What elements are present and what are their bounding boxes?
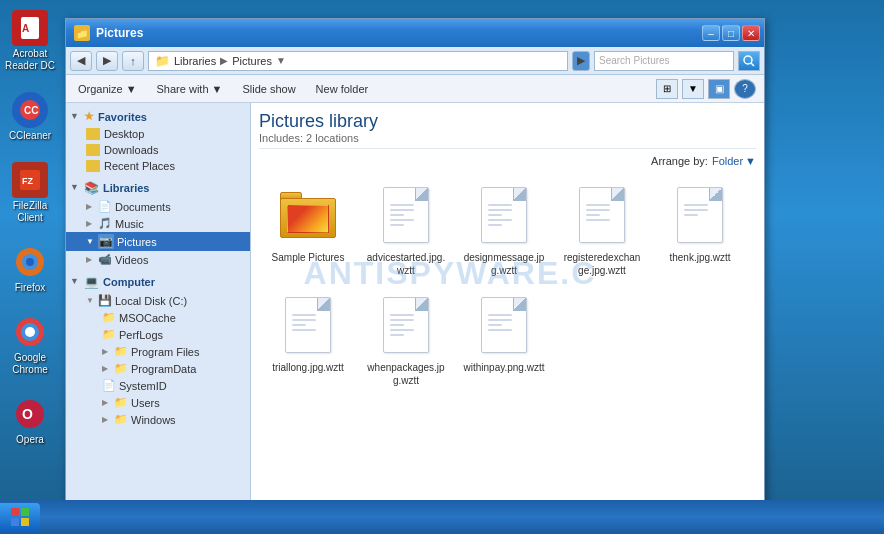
sidebar-item-documents[interactable]: ▶ 📄 Documents (66, 198, 250, 215)
organize-button[interactable]: Organize ▼ (74, 81, 141, 97)
favorites-expand-icon: ▼ (70, 111, 82, 123)
up-button[interactable]: ↑ (122, 51, 144, 71)
view-tiles-button[interactable]: ⊞ (656, 79, 678, 99)
doc-line (586, 209, 610, 211)
svg-point-14 (744, 56, 752, 64)
file-item-registeredexchange[interactable]: registeredexchange.jpg.wztt (557, 179, 647, 281)
doc-line (390, 214, 404, 216)
local-disk-label: Local Disk (C:) (115, 295, 187, 307)
sidebar-header-computer[interactable]: ▼ 💻 Computer (66, 272, 250, 292)
sidebar-header-libraries[interactable]: ▼ 📚 Libraries (66, 178, 250, 198)
svg-rect-19 (21, 518, 29, 526)
pictures-label: Pictures (117, 236, 157, 248)
sidebar-item-programdata[interactable]: ▶ 📁 ProgramData (66, 360, 250, 377)
help-button[interactable]: ? (734, 79, 756, 99)
sidebar-item-systemid[interactable]: 📄 SystemID (66, 377, 250, 394)
msocache-icon: 📁 (102, 311, 116, 324)
desktop-icon-acrobat[interactable]: A Acrobat Reader DC (2, 10, 58, 72)
nav-bar: ◀ ▶ ↑ 📁 Libraries ▶ Pictures ▼ ▶ Search … (66, 47, 764, 75)
thenk-label: thenk.jpg.wztt (669, 251, 730, 264)
start-button[interactable] (0, 503, 40, 531)
address-bar[interactable]: 📁 Libraries ▶ Pictures ▼ (148, 51, 568, 71)
sidebar-item-windows[interactable]: ▶ 📁 Windows (66, 411, 250, 428)
designmessage-icon (472, 183, 536, 247)
sidebar-item-music[interactable]: ▶ 🎵 Music (66, 215, 250, 232)
music-icon: 🎵 (98, 217, 112, 230)
share-with-button[interactable]: Share with ▼ (153, 81, 227, 97)
close-button[interactable]: ✕ (742, 25, 760, 41)
minimize-button[interactable]: – (702, 25, 720, 41)
svg-text:O: O (22, 406, 33, 422)
program-files-expand: ▶ (102, 347, 112, 356)
file-item-thenk[interactable]: thenk.jpg.wztt (655, 179, 745, 281)
desktop-icon-filezilla[interactable]: FZ FileZilla Client (2, 162, 58, 224)
file-doc-advicestarted (383, 187, 429, 243)
svg-point-11 (25, 327, 35, 337)
search-button[interactable] (738, 51, 760, 71)
maximize-button[interactable]: □ (722, 25, 740, 41)
search-box[interactable]: Search Pictures (594, 51, 734, 71)
sidebar-item-msocache[interactable]: 📁 MSOCache (66, 309, 250, 326)
local-disk-expand: ▼ (86, 296, 96, 305)
sidebar-item-videos[interactable]: ▶ 📹 Videos (66, 251, 250, 268)
file-doc-thenk (677, 187, 723, 243)
arrange-dropdown[interactable]: Folder ▼ (712, 155, 756, 167)
file-item-advicestarted[interactable]: advicestarted.jpg.wztt (361, 179, 451, 281)
path-separator: ▶ (220, 55, 228, 66)
withinpay-label: withinpay.png.wztt (464, 361, 545, 374)
file-doc-designmessage (481, 187, 527, 243)
doc-line (488, 224, 502, 226)
file-item-withinpay[interactable]: withinpay.png.wztt (459, 289, 549, 391)
new-folder-label: New folder (316, 83, 369, 95)
doc-lines (586, 204, 610, 224)
nav-path-libraries[interactable]: Libraries (174, 55, 216, 67)
file-item-sample-pictures[interactable]: Sample Pictures (263, 179, 353, 281)
triallong-icon (276, 293, 340, 357)
pictures-folder-icon: 📷 (98, 234, 114, 249)
forward-button[interactable]: ▶ (96, 51, 118, 71)
recent-places-item-label: Recent Places (104, 160, 175, 172)
advicestarted-icon (374, 183, 438, 247)
new-folder-button[interactable]: New folder (312, 81, 373, 97)
go-button[interactable]: ▶ (572, 51, 590, 71)
doc-line (292, 319, 316, 321)
slideshow-button[interactable]: Slide show (238, 81, 299, 97)
sidebar-item-local-disk[interactable]: ▼ 💾 Local Disk (C:) (66, 292, 250, 309)
window-title: Pictures (96, 26, 143, 40)
sidebar-item-downloads[interactable]: Downloads (66, 142, 250, 158)
file-item-triallong[interactable]: triallong.jpg.wztt (263, 289, 353, 391)
sample-pictures-label: Sample Pictures (272, 251, 345, 264)
sidebar-item-pictures[interactable]: ▼ 📷 Pictures (66, 232, 250, 251)
desktop-icon-firefox[interactable]: Firefox (2, 244, 58, 294)
file-doc-registeredexchange (579, 187, 625, 243)
desktop-icon-opera[interactable]: O Opera (2, 396, 58, 446)
sidebar-section-computer: ▼ 💻 Computer ▼ 💾 Local Disk (C:) 📁 MSOCa… (66, 272, 250, 428)
sidebar-item-recent-places[interactable]: Recent Places (66, 158, 250, 174)
preview-button[interactable]: ▣ (708, 79, 730, 99)
sidebar-header-favorites[interactable]: ▼ ★ Favorites (66, 107, 250, 126)
title-bar-left: 📁 Pictures (74, 25, 143, 41)
svg-text:CC: CC (24, 105, 38, 116)
users-label: Users (131, 397, 160, 409)
sidebar-item-users[interactable]: ▶ 📁 Users (66, 394, 250, 411)
doc-line (390, 324, 404, 326)
doc-line (488, 314, 512, 316)
file-item-whenpackages[interactable]: whenpackages.jpg.wztt (361, 289, 451, 391)
program-files-label: Program Files (131, 346, 199, 358)
doc-line (292, 314, 316, 316)
sidebar-item-desktop[interactable]: Desktop (66, 126, 250, 142)
nav-path-pictures[interactable]: Pictures (232, 55, 272, 67)
firefox-label: Firefox (15, 282, 46, 294)
sidebar-item-perflogs[interactable]: 📁 PerfLogs (66, 326, 250, 343)
desktop-icon-chrome[interactable]: Google Chrome (2, 314, 58, 376)
back-button[interactable]: ◀ (70, 51, 92, 71)
whenpackages-icon (374, 293, 438, 357)
desktop-icon-ccleaner[interactable]: CC CCleaner (2, 92, 58, 142)
share-with-label: Share with (157, 83, 209, 95)
sidebar-item-program-files[interactable]: ▶ 📁 Program Files (66, 343, 250, 360)
search-icon (743, 55, 755, 67)
file-item-designmessage[interactable]: designmessage.jpg.wztt (459, 179, 549, 281)
ccleaner-label: CCleaner (9, 130, 51, 142)
view-list-button[interactable]: ▼ (682, 79, 704, 99)
sidebar: ▼ ★ Favorites Desktop Downloads Recent P… (66, 103, 251, 505)
